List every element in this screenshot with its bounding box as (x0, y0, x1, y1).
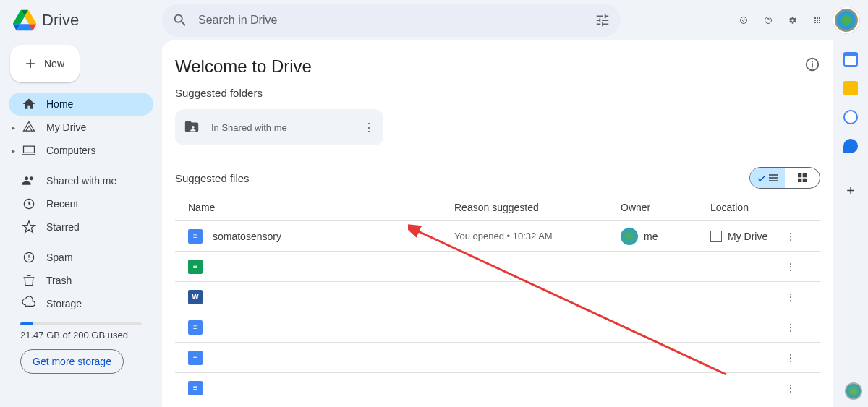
file-name: somatosensory (213, 231, 281, 242)
file-type-icon: ≡ (188, 381, 203, 395)
contacts-app-icon[interactable] (843, 139, 858, 153)
product-name: Drive (42, 11, 79, 30)
owner-avatar (621, 228, 638, 245)
sidebar-item-label: Computers (46, 145, 95, 156)
more-icon[interactable]: ⋮ (786, 291, 796, 303)
sidebar-item-label: My Drive (46, 121, 86, 133)
file-type-icon: ≡ (188, 351, 203, 365)
keep-app-icon[interactable] (843, 81, 858, 95)
help-icon[interactable] (760, 12, 777, 29)
tasks-app-icon[interactable] (843, 110, 858, 124)
side-divider (842, 168, 859, 168)
storage-icon (22, 296, 36, 311)
column-reason[interactable]: Reason suggested (454, 202, 621, 213)
sidebar-item-recent[interactable]: Recent (9, 192, 153, 215)
sidebar-item-spam[interactable]: Spam (9, 246, 153, 269)
column-owner[interactable]: Owner (621, 202, 710, 213)
storage-text: 21.47 GB of 200 GB used (20, 330, 142, 340)
settings-icon[interactable] (784, 12, 801, 29)
account-avatar[interactable] (833, 7, 859, 33)
search-options-icon[interactable] (595, 12, 610, 28)
logo-area[interactable]: Drive (13, 9, 162, 32)
folder-card[interactable]: In Shared with me ⋮ (175, 109, 383, 145)
new-button-label: New (44, 58, 64, 69)
file-type-icon: ≡ (188, 320, 203, 335)
file-type-icon: ≡ (188, 229, 203, 244)
sidebar-item-label: Spam (46, 252, 73, 263)
side-panel: + (833, 40, 868, 407)
location-icon (710, 231, 722, 242)
column-location[interactable]: Location (710, 202, 786, 213)
file-type-icon: W (188, 290, 203, 304)
suggested-folders-label: Suggested folders (175, 87, 820, 99)
sidebar-item-label: Recent (46, 198, 78, 210)
table-row[interactable]: ≡⋮ (175, 373, 820, 403)
sidebar-item-computers[interactable]: Computers (9, 139, 153, 162)
list-view-button[interactable] (750, 168, 785, 188)
grid-view-button[interactable] (785, 168, 820, 188)
mydrive-icon (22, 120, 36, 134)
file-location: My Drive (728, 231, 767, 242)
support-badge[interactable] (845, 382, 862, 400)
more-icon[interactable]: ⋮ (786, 231, 796, 242)
more-icon[interactable]: ⋮ (363, 121, 375, 134)
page-title: Welcome to Drive (175, 56, 312, 77)
table-row[interactable]: ≡⋮ (175, 252, 820, 282)
new-button[interactable]: + New (10, 45, 80, 82)
info-icon[interactable] (804, 56, 820, 77)
more-icon[interactable]: ⋮ (786, 261, 796, 273)
shared-icon (22, 173, 36, 188)
sidebar: + New Home My Drive Computers Shared wit… (0, 40, 162, 407)
storage-bar (20, 322, 142, 325)
table-header: Name Reason suggested Owner Location (175, 194, 820, 221)
add-app-icon[interactable]: + (846, 183, 855, 200)
sidebar-item-label: Starred (46, 221, 80, 233)
file-type-icon: ≡ (188, 260, 203, 274)
sidebar-item-storage[interactable]: Storage (9, 292, 153, 315)
sidebar-item-label: Home (46, 98, 73, 110)
table-row[interactable]: ≡somatosensoryYou opened • 10:32 AMmeMy … (175, 221, 820, 252)
trash-icon (22, 273, 36, 288)
search-icon (172, 12, 188, 28)
file-reason: You opened • 10:32 AM (454, 231, 621, 241)
calendar-app-icon[interactable] (843, 52, 858, 67)
more-icon[interactable]: ⋮ (786, 322, 796, 333)
computers-icon (22, 143, 36, 158)
ready-offline-icon[interactable] (735, 12, 752, 29)
suggested-files-label: Suggested files (175, 172, 250, 184)
spam-icon (22, 250, 36, 265)
search-box[interactable] (162, 4, 621, 37)
table-row[interactable]: ≡⋮ (175, 343, 820, 373)
content-area: Welcome to Drive Suggested folders In Sh… (162, 40, 833, 407)
more-icon[interactable]: ⋮ (786, 352, 796, 364)
file-owner: me (644, 231, 658, 242)
apps-icon[interactable] (809, 12, 826, 29)
sidebar-item-label: Shared with me (46, 175, 116, 187)
table-row[interactable]: W⋮ (175, 282, 820, 312)
svg-point-0 (741, 17, 747, 24)
shared-folder-icon (184, 119, 201, 136)
home-icon (22, 97, 36, 111)
sidebar-item-trash[interactable]: Trash (9, 269, 153, 292)
sidebar-item-label: Storage (46, 298, 82, 309)
star-icon (22, 220, 36, 234)
table-row[interactable]: ≡⋮ (175, 312, 820, 343)
sidebar-item-starred[interactable]: Starred (9, 215, 153, 239)
search-input[interactable] (188, 14, 595, 27)
column-name[interactable]: Name (188, 202, 454, 213)
sidebar-item-label: Trash (46, 275, 72, 286)
sidebar-item-mydrive[interactable]: My Drive (9, 116, 153, 139)
drive-logo-icon (13, 9, 36, 32)
get-more-storage-button[interactable]: Get more storage (20, 349, 124, 374)
plus-icon: + (25, 55, 35, 72)
sidebar-item-shared[interactable]: Shared with me (9, 169, 153, 192)
recent-icon (22, 197, 36, 211)
folder-card-label: In Shared with me (211, 122, 287, 133)
view-toggle (749, 167, 820, 189)
more-icon[interactable]: ⋮ (786, 382, 796, 394)
sidebar-item-home[interactable]: Home (9, 93, 153, 116)
